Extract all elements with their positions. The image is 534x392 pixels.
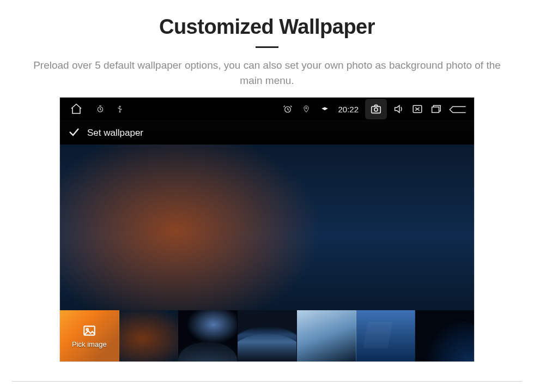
wallpaper-thumbnails: Pick image [60, 310, 474, 361]
location-icon [299, 101, 314, 117]
status-time: 20:22 [336, 105, 361, 114]
alarm-icon [280, 101, 295, 117]
page-title: Customized Wallpaper [0, 15, 534, 39]
svg-point-9 [86, 328, 88, 330]
svg-point-1 [119, 111, 120, 112]
set-wallpaper-label: Set wallpaper [87, 128, 143, 138]
wallpaper-thumb-3[interactable] [238, 310, 297, 361]
recents-icon[interactable] [428, 101, 444, 117]
close-app-icon[interactable] [410, 101, 425, 117]
back-icon[interactable] [447, 101, 469, 117]
page-subtitle: Preload over 5 default wallpaper options… [33, 58, 501, 88]
svg-point-3 [306, 107, 307, 109]
check-icon [68, 125, 81, 141]
pick-image-button[interactable]: Pick image [60, 310, 119, 361]
wallpaper-thumb-2[interactable] [178, 310, 238, 361]
wallpaper-thumb-5[interactable] [356, 310, 416, 361]
pick-image-label: Pick image [72, 340, 107, 348]
wallpaper-thumb-4[interactable] [297, 310, 356, 361]
title-underline [256, 46, 278, 48]
wallpaper-preview[interactable] [60, 144, 474, 310]
wallpaper-thumb-6[interactable] [415, 310, 474, 361]
status-bar: 20:22 [60, 98, 474, 120]
section-divider [12, 381, 522, 382]
volume-icon[interactable] [391, 101, 406, 117]
usb-icon [112, 101, 128, 117]
screenshot-button[interactable] [365, 99, 387, 119]
timer-icon [93, 101, 108, 117]
wallpaper-thumb-1[interactable] [119, 310, 179, 361]
svg-rect-7 [432, 107, 439, 112]
set-wallpaper-button[interactable]: Set wallpaper [60, 120, 474, 144]
home-icon[interactable] [69, 101, 84, 117]
wifi-icon [317, 101, 332, 117]
device-screen: 20:22 Set wallpaper [60, 98, 474, 361]
svg-point-5 [374, 108, 378, 111]
